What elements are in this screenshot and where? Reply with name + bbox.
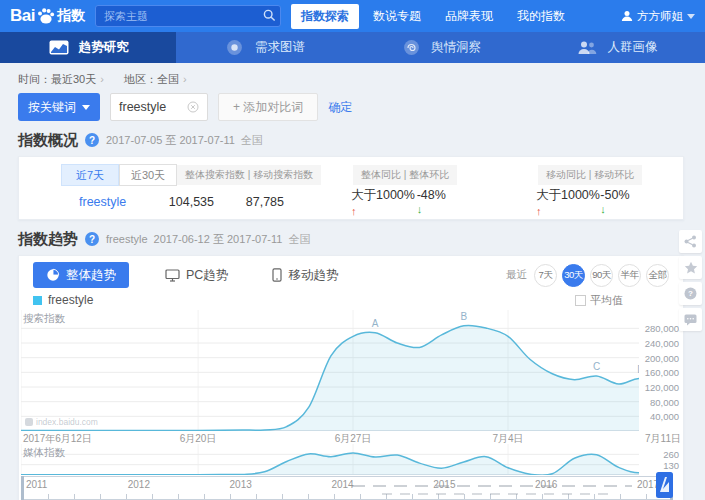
- checkbox-icon[interactable]: [575, 295, 586, 306]
- confirm-button[interactable]: 确定: [328, 99, 352, 116]
- top-nav-item-4[interactable]: 我的指数: [507, 4, 575, 29]
- range-90天[interactable]: 90天: [590, 264, 613, 287]
- range-pills: 7天30天90天半年全部: [534, 264, 669, 287]
- help-button[interactable]: ?: [679, 282, 702, 305]
- search-icon[interactable]: [263, 9, 276, 22]
- baidu-index-logo[interactable]: Bai 指数: [10, 6, 85, 26]
- overall-search-index: 104,535: [159, 195, 214, 209]
- timeline-year-2016: 2016: [535, 479, 557, 490]
- logo-text: Bai: [10, 6, 35, 26]
- subnav-demand-graph[interactable]: 需求图谱: [176, 32, 352, 63]
- subnav-label: 需求图谱: [255, 39, 305, 56]
- media-index-chart-zone: 媒体指数 260130: [21, 444, 683, 475]
- subnav-audience-profile[interactable]: 人群画像: [529, 32, 705, 63]
- y-tick-label: 40,000: [650, 411, 679, 422]
- chevron-icon: ›: [183, 73, 187, 85]
- overview-table-header: 近7天 近30天 整体搜索指数 | 移动搜索指数 整体同比 | 整体环比 移动同…: [19, 163, 683, 187]
- y-tick-label: 280,000: [645, 323, 679, 334]
- tab-mobile-trend[interactable]: 移动趋势: [272, 267, 338, 284]
- col-search-index: 整体搜索指数 | 移动搜索指数: [177, 165, 321, 185]
- range-全部[interactable]: 全部: [646, 264, 669, 287]
- feedback-icon: [684, 314, 697, 326]
- timeline-year-2013: 2013: [230, 479, 252, 490]
- search-index-chart-zone: 搜索指数 index.baidu.com ABCD 280,000240,000…: [21, 310, 683, 431]
- time-filter[interactable]: 时间：最近30天›: [18, 72, 104, 87]
- table-row: freestyle 104,535 87,785 大于1000% ↑ -48% …: [19, 189, 683, 215]
- remove-keyword-icon[interactable]: [187, 101, 199, 113]
- top-nav: 指数探索数说专题品牌表现我的指数: [291, 4, 575, 29]
- top-nav-item-2[interactable]: 数说专题: [363, 4, 431, 29]
- tab-last-30-days[interactable]: 近30天: [119, 164, 177, 186]
- x-axis: 2017年6月12日6月20日6月27日7月4日7月11日: [21, 431, 683, 444]
- range-selector: 最近 7天30天90天半年全部: [506, 264, 669, 287]
- search-input[interactable]: [95, 5, 281, 27]
- tab-overall-trend[interactable]: 整体趋势: [33, 262, 129, 288]
- caret-down-icon: [687, 14, 695, 19]
- overview-tabs: 近7天 近30天: [61, 164, 177, 186]
- feedback-button[interactable]: [679, 308, 702, 331]
- share-button[interactable]: [679, 230, 702, 253]
- svg-text:?: ?: [688, 289, 693, 298]
- up-arrow-icon: ↑: [351, 205, 357, 217]
- y-tick-label: 200,000: [645, 353, 679, 364]
- keyword-chip[interactable]: freestyle: [110, 93, 208, 121]
- range-7天[interactable]: 7天: [534, 264, 557, 287]
- average-toggle[interactable]: 平均值: [575, 293, 623, 308]
- sub-nav: 趋势研究 需求图谱 舆情洞察 人群画像: [0, 32, 705, 63]
- timeline-year-2015: 2015: [433, 479, 455, 490]
- user-name: 方方师姐: [637, 9, 683, 24]
- range-30天[interactable]: 30天: [562, 264, 585, 287]
- subnav-trend-research[interactable]: 趋势研究: [0, 32, 176, 63]
- trend-card: 整体趋势 PC趋势 移动趋势 最近 7天30天90天半年全部 freestyle…: [18, 255, 684, 500]
- demand-graph-icon: [224, 40, 246, 56]
- down-arrow-icon: ↓: [600, 203, 606, 215]
- chart-watermark: index.baidu.com: [25, 417, 98, 427]
- logo-suffix: 指数: [57, 7, 85, 25]
- favorite-button[interactable]: [679, 256, 702, 279]
- up-arrow-icon: ↑: [536, 205, 542, 217]
- mobile-yoy: 大于1000% ↑: [536, 187, 600, 218]
- top-nav-item-3[interactable]: 品牌表现: [435, 4, 503, 29]
- marker-A: A: [372, 318, 379, 329]
- y-tick-label: 120,000: [645, 382, 679, 393]
- slider-handle-left[interactable]: [21, 476, 24, 500]
- range-半年[interactable]: 半年: [618, 264, 641, 287]
- search-y-axis: 280,000240,000200,000160,000120,00080,00…: [639, 310, 683, 431]
- media-y-axis: 260130: [639, 444, 683, 475]
- add-compare-button[interactable]: + 添加对比词: [218, 93, 318, 121]
- star-icon: [684, 261, 698, 275]
- tab-last-7-days[interactable]: 近7天: [61, 164, 119, 186]
- timeline-slider[interactable]: 2011201220132014201520162017: [21, 476, 673, 500]
- timeline-year-2012: 2012: [128, 479, 150, 490]
- keyword-mode-button[interactable]: 按关键词: [18, 93, 100, 121]
- user-menu[interactable]: 方方师姐: [621, 9, 695, 24]
- mobile-search-index: 87,785: [214, 195, 286, 209]
- overall-yoy: 大于1000% ↑: [351, 187, 417, 218]
- watermark-mini-logo: [25, 418, 33, 426]
- trend-title: 指数趋势: [18, 230, 78, 249]
- row-keyword-link[interactable]: freestyle: [79, 195, 159, 209]
- y-tick-label: 80,000: [650, 397, 679, 408]
- tab-pc-trend[interactable]: PC趋势: [165, 267, 228, 284]
- marker-B: B: [460, 311, 467, 322]
- watermark-logo-icon: [656, 472, 673, 498]
- y-tick-label: 240,000: [645, 338, 679, 349]
- search-index-chart[interactable]: ABCD: [21, 310, 639, 431]
- subnav-sentiment-insight[interactable]: 舆情洞察: [353, 32, 529, 63]
- phone-icon: [272, 268, 282, 282]
- chevron-icon: ›: [100, 73, 104, 85]
- region-filter[interactable]: 地区：全国›: [124, 72, 187, 87]
- overview-card: 近7天 近30天 整体搜索指数 | 移动搜索指数 整体同比 | 整体环比 移动同…: [18, 156, 684, 220]
- media-index-chart[interactable]: [21, 444, 639, 475]
- top-bar: Bai 指数 指数探索数说专题品牌表现我的指数 方方师姐: [0, 0, 705, 32]
- down-arrow-icon: ↓: [417, 203, 423, 215]
- caret-down-icon: [82, 105, 90, 110]
- top-nav-item-1[interactable]: 指数探索: [291, 4, 359, 29]
- baidu-paw-icon: [36, 7, 56, 25]
- watermark-dashes: [382, 493, 612, 495]
- help-icon[interactable]: ?: [85, 133, 99, 147]
- legend-swatch: [33, 296, 42, 305]
- legend-keyword[interactable]: freestyle: [48, 293, 93, 307]
- help-icon[interactable]: ?: [85, 232, 99, 246]
- trend-tabs: 整体趋势 PC趋势 移动趋势 最近 7天30天90天半年全部: [19, 260, 683, 290]
